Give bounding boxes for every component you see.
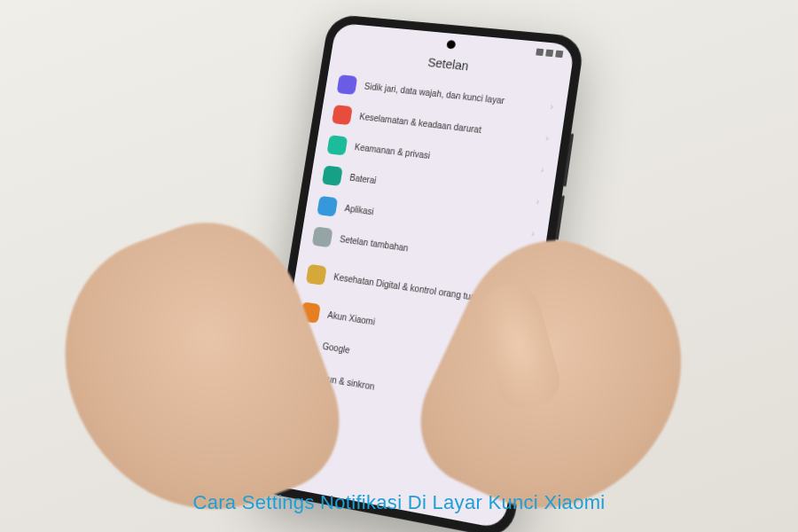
wifi-icon — [545, 50, 553, 58]
image-caption: Cara Settings Notifikasi Di Layar Kunci … — [0, 491, 798, 514]
shield-icon — [326, 135, 348, 155]
chevron-right-icon: › — [536, 196, 540, 206]
photo-scene: Setelan Sidik jari, data wajah, dan kunc… — [0, 0, 798, 532]
battery-icon — [322, 165, 343, 186]
power-button[interactable] — [556, 195, 565, 240]
wellbeing-icon — [306, 264, 327, 286]
chevron-right-icon: › — [531, 228, 536, 238]
battery-icon — [555, 51, 563, 59]
more-icon — [312, 226, 333, 247]
chevron-right-icon: › — [545, 133, 550, 143]
chevron-right-icon: › — [550, 101, 554, 111]
volume-button[interactable] — [563, 133, 574, 186]
signal-icon — [536, 49, 544, 57]
apps-icon — [317, 196, 338, 217]
chevron-right-icon: › — [540, 164, 544, 174]
emergency-icon — [332, 105, 353, 125]
fingerprint-icon — [337, 74, 358, 95]
